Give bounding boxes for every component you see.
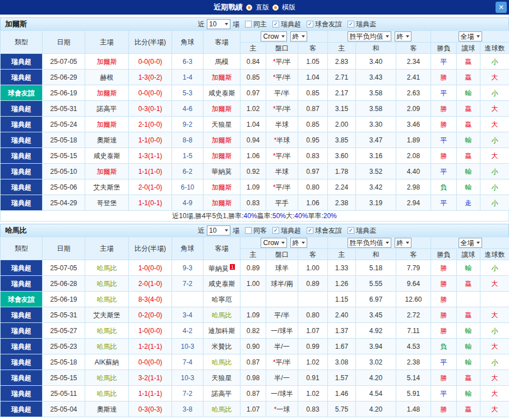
team-name[interactable]: 哈馬比 xyxy=(97,327,117,335)
team-name[interactable]: 奧斯達 xyxy=(97,136,117,144)
team-name[interactable]: 加爾斯 xyxy=(212,105,232,113)
ah-home-odds: 0.98 xyxy=(240,370,266,386)
result-goals: 小 xyxy=(480,195,509,211)
team-name[interactable]: 馬模 xyxy=(215,58,229,66)
euro-avg-select[interactable]: 胜平负均值 xyxy=(348,238,391,248)
filter-checkbox[interactable]: ✓瑞典盃 xyxy=(348,20,376,29)
team-name[interactable]: 哈馬比 xyxy=(97,264,117,272)
euro-draw-odds: 4.20 xyxy=(356,370,396,386)
euro-final-select[interactable]: 終 xyxy=(395,238,411,248)
filter-checkbox[interactable]: ✓球會友誼 xyxy=(307,20,342,29)
team-name[interactable]: 迪加科斯 xyxy=(209,327,235,335)
team-name[interactable]: 哈馬比 xyxy=(97,280,117,288)
filter-checkbox[interactable]: 同客 xyxy=(245,226,267,236)
league-badge: 瑞典超 xyxy=(1,70,43,85)
team-name[interactable]: 哈馬比 xyxy=(97,343,117,350)
ah-line-cell: 平/半 xyxy=(266,307,298,323)
team-name[interactable]: 華納莫 xyxy=(209,265,229,273)
euro-draw-odds: 3.02 xyxy=(356,354,396,370)
team-name[interactable]: 加爾斯 xyxy=(212,73,232,81)
away-team-cell: 哈馬比 xyxy=(203,401,240,417)
team-name[interactable]: 天狼星 xyxy=(212,121,232,128)
team-name[interactable]: 咸史泰斯 xyxy=(209,89,235,97)
team-name[interactable]: 加爾斯 xyxy=(97,121,117,128)
horizontal-layout-label[interactable]: 橫版 xyxy=(282,3,295,12)
team-name[interactable]: 加爾斯 xyxy=(212,183,232,191)
checkbox-checked-icon[interactable]: ✓ xyxy=(272,21,279,27)
ah-line-cell: *一球 xyxy=(266,401,298,417)
chevron-down-icon xyxy=(225,229,228,232)
euro-home-odds: 1.57 xyxy=(328,370,356,386)
league-badge: 瑞典超 xyxy=(1,179,43,195)
filter-checkbox[interactable]: ✓瑞典超 xyxy=(272,226,301,236)
ah-away-odds: 0.91 xyxy=(298,370,328,386)
euro-avg-select[interactable]: 胜平负均值 xyxy=(348,31,391,41)
result-goals: 大 xyxy=(480,70,509,85)
team-name[interactable]: 奧斯達 xyxy=(97,405,117,413)
score-halftime: 0-0(0-0) xyxy=(129,54,172,70)
match-count-select[interactable]: 10 xyxy=(207,19,230,29)
vertical-layout-label[interactable]: 直版 xyxy=(256,3,269,12)
ah-line-cell: 球半/兩 xyxy=(266,276,298,292)
team-name[interactable]: 加爾斯 xyxy=(97,58,117,66)
team-name[interactable]: 天狼星 xyxy=(212,374,232,382)
team-name[interactable]: AIK蘇納 xyxy=(95,358,119,366)
team-name[interactable]: 諾高平 xyxy=(212,390,232,398)
match-count-select[interactable]: 10 xyxy=(207,225,230,236)
scope-select[interactable]: 全場 xyxy=(459,31,482,41)
league-badge: 球會友誼 xyxy=(1,292,43,307)
team-name[interactable]: 哈馬比 xyxy=(97,390,117,398)
checkbox-checked-icon[interactable]: ✓ xyxy=(272,227,279,234)
team-name[interactable]: 米贊比 xyxy=(212,343,232,350)
filter-checkbox[interactable]: 同主 xyxy=(245,20,267,29)
team-name[interactable]: 艾夫斯堡 xyxy=(94,183,121,191)
close-icon[interactable]: ✕ xyxy=(496,2,507,13)
result-wdl: 平 xyxy=(431,164,457,179)
team-name[interactable]: 加爾斯 xyxy=(212,152,232,160)
team-name[interactable]: 華納莫 xyxy=(212,168,232,176)
handicap-final-select[interactable]: 終 xyxy=(290,31,307,41)
team-name[interactable]: 哈馬比 xyxy=(212,405,232,413)
team-name[interactable]: 咸史泰斯 xyxy=(94,152,121,160)
team-name[interactable]: 哥登堡 xyxy=(97,199,117,207)
checkbox-checked-icon[interactable]: ✓ xyxy=(348,21,354,27)
odds-provider-select[interactable]: Crow xyxy=(261,31,286,41)
team-name[interactable]: 諾高平 xyxy=(97,105,117,113)
odds-provider-select[interactable]: Crow xyxy=(261,238,286,248)
horizontal-layout-radio[interactable] xyxy=(272,4,279,11)
col-ah-away: 客 xyxy=(298,249,328,260)
match-date: 25-05-18 xyxy=(43,354,85,370)
away-team-cell: 咸史泰斯 xyxy=(203,85,240,101)
vertical-layout-radio[interactable] xyxy=(246,4,252,11)
team-name[interactable]: 咸史泰斯 xyxy=(209,280,235,288)
team-name[interactable]: 加爾斯 xyxy=(212,199,232,207)
team-name[interactable]: 哈寧厄 xyxy=(212,296,232,303)
filter-checkbox[interactable]: ✓瑞典超 xyxy=(272,20,301,29)
team-name[interactable]: 加爾斯 xyxy=(97,89,117,97)
result-wdl: 勝 xyxy=(431,117,457,132)
team-name[interactable]: 哈馬比 xyxy=(97,374,117,382)
home-team-cell: 哈馬比 xyxy=(85,292,129,307)
col-home: 主場 xyxy=(85,31,129,54)
filter-checkbox[interactable]: ✓瑞典盃 xyxy=(348,226,376,236)
checkbox-checked-icon[interactable]: ✓ xyxy=(348,227,354,234)
home-team-cell: 咸史泰斯 xyxy=(85,148,129,164)
checkbox-checked-icon[interactable]: ✓ xyxy=(307,227,313,234)
team-name[interactable]: 加爾斯 xyxy=(212,136,232,144)
filter-checkbox[interactable]: ✓球會友誼 xyxy=(307,226,342,236)
handicap-final-select[interactable]: 終 xyxy=(290,238,307,248)
filter-label: 瑞典超 xyxy=(281,226,301,236)
match-date: 25-05-31 xyxy=(43,307,85,323)
team-name[interactable]: 哈馬比 xyxy=(212,358,232,366)
team-name[interactable]: 哈馬比 xyxy=(212,311,232,319)
checkbox-unchecked-icon[interactable] xyxy=(245,21,252,27)
team-name[interactable]: 哈馬比 xyxy=(97,296,117,303)
checkbox-checked-icon[interactable]: ✓ xyxy=(307,21,313,27)
euro-final-select[interactable]: 終 xyxy=(395,31,411,41)
ah-home-odds: 0.83 xyxy=(240,195,266,211)
team-name[interactable]: 加爾斯 xyxy=(97,168,117,176)
team-name[interactable]: 赫根 xyxy=(100,73,114,81)
checkbox-unchecked-icon[interactable] xyxy=(245,227,252,234)
scope-select[interactable]: 全場 xyxy=(459,238,482,248)
team-name[interactable]: 艾夫斯堡 xyxy=(94,311,121,319)
